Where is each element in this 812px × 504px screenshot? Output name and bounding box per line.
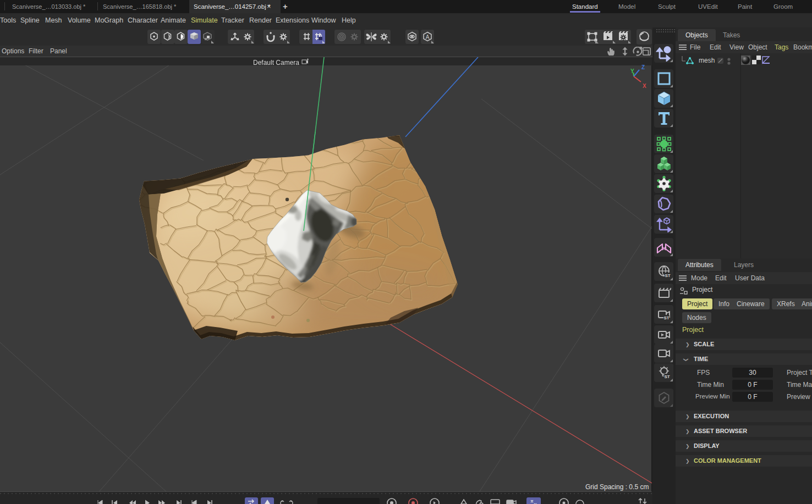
svg-text:X: X: [643, 83, 646, 89]
svg-text:ST: ST: [664, 374, 670, 379]
svg-text:Grid Spacing : 0.5 cm: Grid Spacing : 0.5 cm: [585, 483, 649, 491]
svg-text:ST: ST: [663, 315, 669, 320]
svg-text:Default Camera: Default Camera: [253, 59, 299, 67]
svg-text:Y: Y: [630, 68, 634, 74]
svg-text:Z: Z: [641, 64, 645, 70]
svg-text:A: A: [426, 34, 430, 40]
